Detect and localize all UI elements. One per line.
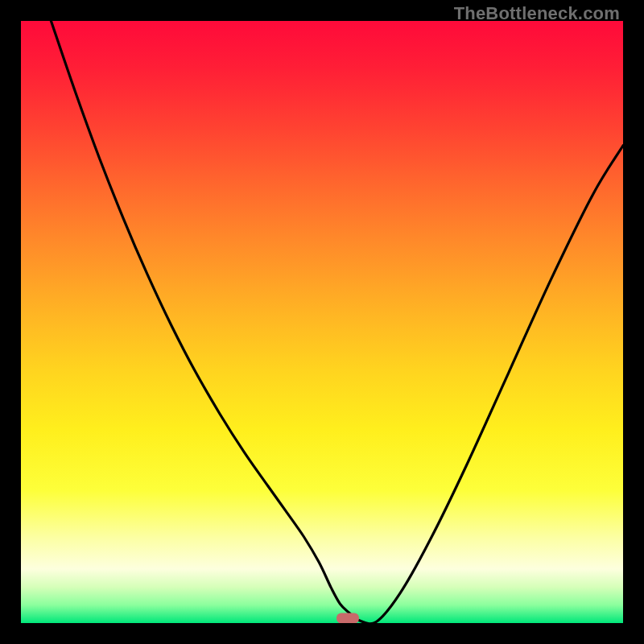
plot-area (21, 21, 623, 623)
curve-svg (21, 21, 623, 623)
chart-frame: TheBottleneck.com (0, 0, 644, 644)
min-marker (336, 613, 359, 623)
